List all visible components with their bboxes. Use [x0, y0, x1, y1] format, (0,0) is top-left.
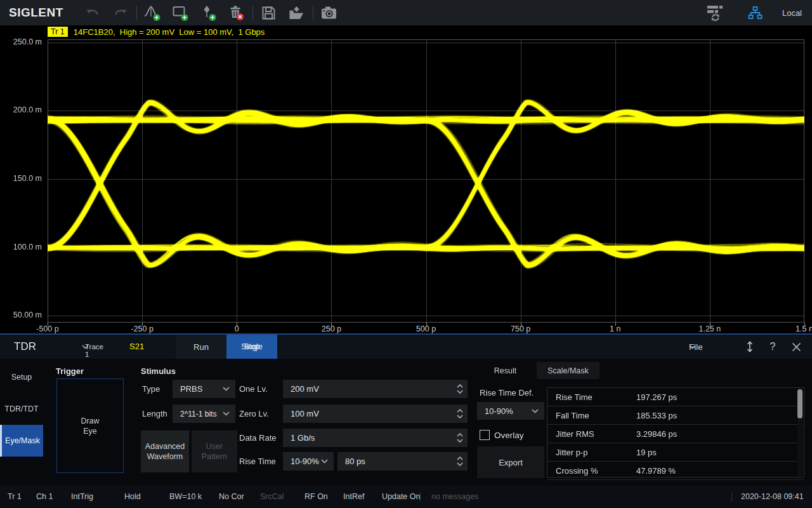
overlay-label: Overlay — [494, 431, 524, 440]
step-down-icon — [457, 439, 463, 443]
redo-button[interactable] — [107, 2, 134, 23]
result-row: Jitter RMS3.29846 ps — [547, 425, 804, 443]
zero-level-label: Zero Lv. — [239, 404, 269, 423]
tab-tdr-tdt[interactable]: TDR/TDT — [0, 393, 43, 425]
rise-time-label: Rise Time — [239, 452, 276, 471]
step-up-icon — [457, 409, 463, 413]
close-panel-button[interactable] — [788, 335, 804, 359]
result-row-value: 19 ps — [636, 448, 804, 457]
status-item: Hold — [124, 486, 141, 508]
add-trace-button[interactable] — [139, 2, 167, 23]
y-axis-tick-label: 200.0 m — [0, 105, 42, 114]
chevron-down-icon — [321, 459, 328, 464]
status-message: no messages — [431, 486, 478, 508]
x-axis-tick-label: 500 p — [416, 324, 436, 333]
result-rise-def-select[interactable]: 10-90% — [477, 402, 544, 420]
status-datetime: 2020-12-08 09:41 — [741, 486, 804, 508]
step-down-icon — [457, 415, 463, 418]
x-axis-tick-label: 750 p — [511, 324, 530, 333]
network-button[interactable] — [742, 2, 769, 23]
trace-parameter-label: S21 — [129, 335, 144, 359]
save-icon — [261, 5, 277, 21]
toolbar-separator — [136, 6, 137, 20]
stimulus-group: Stimulus Type PRBS One Lv. 200 mV Length — [138, 360, 469, 486]
instrument-screen: SIGLENT — [0, 0, 812, 508]
save-button[interactable] — [255, 2, 283, 23]
data-rate-field[interactable]: 1 Gb/s — [283, 429, 468, 447]
overlay-checkbox[interactable] — [480, 430, 490, 440]
toolbar-separator — [252, 6, 253, 20]
x-axis-tick-label: 1.5 n — [796, 324, 812, 333]
length-select[interactable]: 2^11-1 bits — [173, 404, 235, 423]
chevron-down-icon — [223, 387, 230, 391]
resize-panel-button[interactable] — [742, 335, 757, 359]
zero-level-field[interactable]: 100 mV — [283, 404, 468, 423]
display-switch-button[interactable] — [701, 2, 729, 23]
undo-icon — [85, 6, 100, 19]
panel-title: TDR — [14, 335, 36, 359]
result-row-label: Jitter RMS — [547, 429, 636, 439]
status-item: Ch 1 — [36, 486, 53, 508]
chevron-down-icon — [532, 409, 539, 413]
add-marker-icon — [200, 4, 217, 22]
result-row-label: Rise Time — [547, 392, 636, 402]
scrollbar-thumb[interactable] — [797, 389, 802, 418]
add-window-icon — [172, 4, 189, 22]
type-select[interactable]: PRBS — [173, 380, 235, 398]
open-button[interactable] — [283, 2, 311, 23]
zero-level-stepper[interactable] — [457, 404, 463, 423]
draw-eye-button[interactable]: Draw Eye — [56, 378, 124, 473]
result-group: Result Scale/Mask Rise Time Def. 10-90% … — [473, 360, 812, 486]
undo-button[interactable] — [79, 2, 107, 23]
help-button[interactable]: ? — [765, 335, 780, 359]
toolbar-separator — [313, 6, 313, 20]
advanced-waveform-button[interactable]: Adavanced Waveform — [141, 431, 189, 472]
tdr-panel: TDR Trace1 S21 Run Stop Single File — [0, 333, 812, 486]
chevron-down-icon — [223, 411, 230, 416]
tab-eye-mask[interactable]: Eye/Mask — [0, 425, 43, 457]
trace-badge[interactable]: Tr 1 — [48, 27, 68, 37]
y-axis-tick-label: 50.00 m — [0, 311, 42, 319]
tdr-panel-header: TDR Trace1 S21 Run Stop Single File — [0, 335, 812, 359]
x-axis-tick-label: 0 — [235, 324, 239, 333]
result-table-scrollbar[interactable] — [797, 389, 802, 476]
add-window-button[interactable] — [167, 2, 195, 23]
stop-single-button[interactable]: Stop Single — [226, 335, 277, 359]
add-marker-button[interactable] — [195, 2, 223, 23]
user-pattern-button[interactable]: User Pattern — [192, 431, 237, 472]
one-level-field[interactable]: 200 mV — [283, 380, 468, 398]
trace-select-dropdown[interactable]: Trace1 — [60, 335, 110, 359]
data-rate-label: Data Rate — [239, 429, 277, 447]
open-icon — [288, 5, 305, 21]
tab-scale-mask[interactable]: Scale/Mask — [537, 362, 599, 379]
lan-icon — [748, 6, 763, 20]
status-bar: Tr 1Ch 1IntTrigHoldBW=10 kNo CorSrcCalRF… — [0, 486, 812, 508]
status-item: No Cor — [219, 486, 244, 508]
trace-summary-text: 14FC1B20, High = 200 mV Low = 100 mV, 1 … — [74, 27, 265, 37]
chevron-down-icon — [689, 345, 696, 349]
result-row-value: 197.267 ps — [636, 392, 804, 402]
overlay-option[interactable]: Overlay — [480, 430, 524, 440]
camera-icon — [320, 5, 337, 20]
x-axis-tick-label: 250 p — [322, 324, 341, 333]
x-axis-tick-label: 1.25 n — [698, 324, 721, 333]
export-button[interactable]: Export — [477, 446, 544, 478]
run-button[interactable]: Run — [176, 335, 226, 359]
rise-time-stepper[interactable] — [457, 452, 463, 471]
tab-result[interactable]: Result — [474, 362, 537, 379]
data-rate-stepper[interactable] — [457, 429, 463, 447]
rise-time-def-select[interactable]: 10-90% — [283, 452, 334, 471]
screenshot-button[interactable] — [315, 2, 343, 23]
display-switch-icon — [707, 4, 723, 21]
result-row-label: Fall Time — [547, 411, 636, 420]
y-axis-tick-label: 100.0 m — [0, 243, 42, 251]
toolbar-right-group: Local — [701, 2, 812, 23]
delete-button[interactable] — [223, 2, 251, 23]
step-up-icon — [457, 433, 463, 437]
rise-time-field[interactable]: 80 ps — [337, 452, 468, 471]
one-level-label: One Lv. — [239, 380, 268, 398]
tab-setup[interactable]: Setup — [0, 361, 43, 393]
length-label: Length — [142, 404, 167, 423]
one-level-stepper[interactable] — [457, 380, 463, 398]
eye-diagram-plot: 250.0 m200.0 m150.0 m100.0 m50.00 m-500 … — [0, 38, 812, 335]
